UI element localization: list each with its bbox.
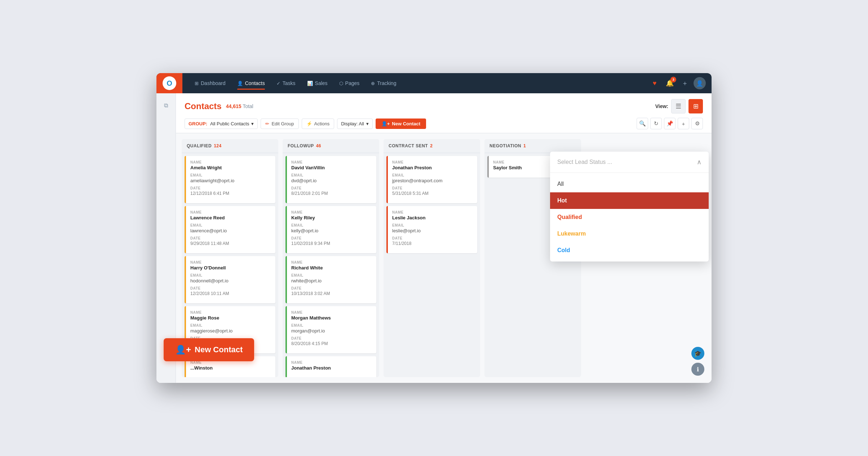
avatar-button[interactable]: 👤 xyxy=(694,77,706,89)
lead-status-item-cold[interactable]: Cold xyxy=(550,242,709,259)
lead-status-placeholder: Select Lead Status ... xyxy=(557,159,612,165)
nav-items: ⊞ Dashboard 👤 Contacts ✓ Tasks 📊 Sales ⬡… xyxy=(182,77,648,89)
column-cards-followup: NAMEDavid VanVillinEMAILdvd@oprt.ioDATE8… xyxy=(283,153,379,377)
contact-card[interactable]: NAMEAmelia WrightEMAILameliawright@oprt.… xyxy=(185,156,275,203)
nav-item-sales-label: Sales xyxy=(315,80,328,86)
pages-icon: ⬡ xyxy=(339,81,343,86)
nav-item-tasks[interactable]: ✓ Tasks xyxy=(271,77,301,89)
page-title-row: Contacts 44,615 Total View: ☰ ⊞ xyxy=(185,99,703,113)
chevron-up-icon: ∧ xyxy=(697,158,701,166)
lead-status-item-lukewarm[interactable]: Lukewarm xyxy=(550,225,709,242)
refresh-button[interactable]: ↻ xyxy=(650,118,662,129)
contact-card[interactable]: NAMEJonathan PrestonEMAILjpreston@ontrap… xyxy=(386,156,477,203)
name-label: NAME xyxy=(190,160,271,164)
column-count-contract: 2 xyxy=(430,143,433,148)
settings-button[interactable]: ⚙ xyxy=(691,118,703,129)
date-label: DATE xyxy=(190,236,271,240)
email-label: EMAIL xyxy=(291,323,372,327)
floating-contact-label: New Contact xyxy=(195,345,243,354)
date-label: DATE xyxy=(291,236,372,240)
sidebar-copy-icon[interactable]: ⧉ xyxy=(160,99,173,112)
pin-button[interactable]: 📌 xyxy=(664,118,676,129)
contact-email: ameliawright@oprt.io xyxy=(190,178,271,183)
nav-item-tracking-label: Tracking xyxy=(377,80,396,86)
actions-button[interactable]: ⚡ Actions xyxy=(302,119,335,129)
contact-card[interactable]: NAMERichard WhiteEMAILrwhite@oprt.ioDATE… xyxy=(285,256,376,303)
contact-card[interactable]: NAMEHarry O'DonnellEMAILhodonnell@oprt.i… xyxy=(185,256,275,303)
list-view-button[interactable]: ☰ xyxy=(671,99,686,113)
contact-name: Amelia Wright xyxy=(190,165,271,170)
contact-name: Kelly Riley xyxy=(291,215,372,220)
email-label: EMAIL xyxy=(190,223,271,227)
contact-name: Leslie Jackson xyxy=(392,215,473,220)
date-label: DATE xyxy=(392,186,473,190)
group-selector[interactable]: GROUP: All Public Contacts ▾ xyxy=(185,119,258,129)
column-title-qualified: QUALIFIED xyxy=(187,143,212,148)
email-label: EMAIL xyxy=(190,323,271,327)
contact-email: jpreston@ontraport.com xyxy=(392,178,473,183)
add-nav-button[interactable]: ＋ xyxy=(678,77,691,90)
help-video-icon[interactable]: 🎓 xyxy=(691,347,704,360)
column-header-followup: FOLLOWUP46 xyxy=(283,139,379,153)
name-label: NAME xyxy=(190,310,271,314)
email-label: EMAIL xyxy=(291,223,372,227)
nav-logo-icon: O xyxy=(163,76,176,90)
new-contact-button[interactable]: 👤+ New Contact xyxy=(376,119,426,129)
contact-name: Harry O'Donnell xyxy=(190,265,271,271)
email-label: EMAIL xyxy=(392,173,473,177)
tasks-icon: ✓ xyxy=(276,81,280,86)
tracking-icon: ⊕ xyxy=(371,81,375,86)
refresh-icon: ↻ xyxy=(654,120,659,127)
name-label: NAME xyxy=(291,260,372,264)
actions-label: Actions xyxy=(314,121,330,126)
info-icon[interactable]: ℹ xyxy=(691,363,704,376)
edit-group-label: Edit Group xyxy=(271,121,294,126)
email-label: EMAIL xyxy=(190,173,271,177)
contact-card[interactable]: NAMEDavid VanVillinEMAILdvd@oprt.ioDATE8… xyxy=(285,156,376,203)
contacts-icon: 👤 xyxy=(237,81,243,86)
column-count-negotiation: 1 xyxy=(523,143,526,148)
name-label: NAME xyxy=(190,210,271,214)
nav-item-dashboard[interactable]: ⊞ Dashboard xyxy=(190,77,231,89)
kanban-view-button[interactable]: ⊞ xyxy=(688,99,703,113)
contact-card[interactable]: NAMEJonathan Preston xyxy=(285,356,376,377)
display-selector[interactable]: Display: All ▾ xyxy=(337,119,373,129)
contact-card[interactable]: NAMEKelly RileyEMAILkelly@oprt.ioDATE11/… xyxy=(285,206,376,253)
contact-name: Jonathan Preston xyxy=(291,365,372,371)
nav-item-contacts[interactable]: 👤 Contacts xyxy=(232,77,270,89)
floating-new-contact-button[interactable]: 👤+ New Contact xyxy=(164,338,254,361)
nav-item-dashboard-label: Dashboard xyxy=(201,80,226,86)
kanban-column-followup: FOLLOWUP46NAMEDavid VanVillinEMAILdvd@op… xyxy=(283,139,379,377)
name-label: NAME xyxy=(291,160,372,164)
heart-button[interactable]: ♥ xyxy=(648,77,661,90)
notifications-button[interactable]: 🔔 3 xyxy=(663,77,676,90)
contact-card[interactable]: NAMELawrence ReedEMAILlawrence@oprt.ioDA… xyxy=(185,206,275,253)
edit-group-button[interactable]: ✏ Edit Group xyxy=(261,119,298,129)
contact-date: 11/02/2018 9:34 PM xyxy=(291,241,372,246)
search-button[interactable]: 🔍 xyxy=(637,118,648,129)
lead-status-item-hot[interactable]: Hot xyxy=(550,192,709,209)
view-toggle: View: ☰ ⊞ xyxy=(655,99,703,113)
lead-status-item-all[interactable]: All xyxy=(550,176,709,192)
lead-status-dropdown[interactable]: Select Lead Status ... ∧ AllHotQualified… xyxy=(550,152,709,261)
floating-contact-icon: 👤+ xyxy=(175,345,191,355)
lead-status-item-qualified[interactable]: Qualified xyxy=(550,209,709,225)
column-header-contract: CONTRACT SENT2 xyxy=(384,139,480,153)
page-total: 44,615 Total xyxy=(226,103,253,109)
nav-item-tracking[interactable]: ⊕ Tracking xyxy=(366,77,401,89)
date-label: DATE xyxy=(190,286,271,290)
info-circle-icon: ℹ xyxy=(697,366,699,373)
contact-date: 7/11/2018 xyxy=(392,241,473,246)
nav-logo[interactable]: O xyxy=(156,73,182,93)
nav-item-sales[interactable]: 📊 Sales xyxy=(302,77,333,89)
contact-name: ...Winston xyxy=(190,365,271,371)
display-chevron-icon: ▾ xyxy=(366,121,369,126)
contact-card[interactable]: NAMELeslie JacksonEMAILleslie@oprt.ioDAT… xyxy=(386,206,477,253)
column-header-negotiation: NEGOTIATION1 xyxy=(484,139,581,153)
nav-item-pages[interactable]: ⬡ Pages xyxy=(334,77,365,89)
view-label: View: xyxy=(655,103,668,109)
group-selector-value: All Public Contacts xyxy=(210,121,249,126)
add-column-button[interactable]: + xyxy=(678,118,689,129)
contact-card[interactable]: NAMEMorgan MatthewsEMAILmorgan@oprt.ioDA… xyxy=(285,306,376,353)
nav-item-contacts-label: Contacts xyxy=(245,80,265,86)
